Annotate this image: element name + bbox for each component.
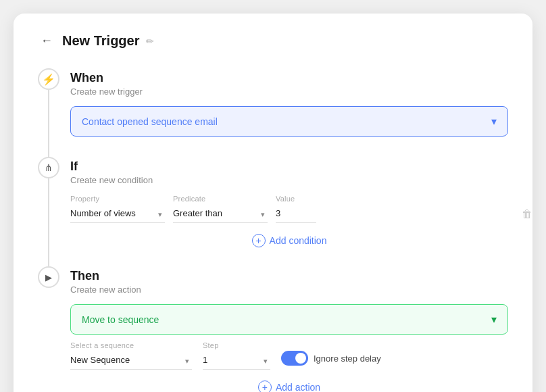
sequence-row: Select a sequence New Sequence ▾ Step: [70, 341, 508, 370]
if-subtitle: Create new condition: [70, 175, 508, 185]
add-condition-button[interactable]: + Add condition: [70, 228, 508, 253]
sequence-label: Select a sequence: [70, 341, 192, 349]
then-right-col: Then Create new action Move to sequence …: [70, 266, 508, 392]
predicate-field-group: Predicate Greater than ▾: [173, 195, 268, 223]
when-icon: ⚡: [38, 68, 59, 90]
if-title: If: [70, 160, 508, 174]
when-section: ⚡ When Create new trigger Contact opened…: [38, 68, 508, 157]
property-label: Property: [70, 195, 165, 203]
main-card: ← New Trigger ✏ ⚡ When Create new trigge…: [14, 14, 532, 392]
header: ← New Trigger ✏: [38, 32, 508, 49]
if-left-col: ⋔: [38, 157, 59, 266]
when-title: When: [70, 71, 508, 85]
when-connector: [48, 90, 49, 157]
when-right-col: When Create new trigger Contact opened s…: [70, 68, 508, 157]
sequence-field-group: Select a sequence New Sequence ▾: [70, 341, 192, 370]
sections-wrapper: ⚡ When Create new trigger Contact opened…: [38, 68, 508, 392]
step-field-group: Step 1 ▾: [203, 341, 270, 370]
when-left-col: ⚡: [38, 68, 59, 157]
property-select-wrapper: Number of views ▾: [70, 205, 165, 223]
if-icon: ⋔: [38, 157, 59, 178]
sequence-select-wrapper: New Sequence ▾: [70, 352, 192, 370]
add-action-circle-icon: +: [258, 381, 272, 392]
then-left-col: ▶: [38, 266, 59, 392]
back-button[interactable]: ←: [38, 32, 55, 49]
value-input[interactable]: [276, 205, 316, 223]
then-dropdown[interactable]: Move to sequence ▾: [70, 304, 508, 335]
predicate-label: Predicate: [173, 195, 268, 203]
toggle-knob: [295, 353, 306, 364]
then-dropdown-value: Move to sequence: [82, 314, 159, 325]
add-condition-circle-icon: +: [252, 234, 266, 247]
property-select[interactable]: Number of views: [70, 205, 165, 223]
then-subtitle: Create new action: [70, 285, 508, 295]
toggle-group: Ignore step delay: [281, 351, 381, 366]
delete-condition-button[interactable]: 🗑: [522, 208, 532, 220]
then-title: Then: [70, 269, 508, 283]
add-action-row: + Add action: [70, 375, 508, 392]
if-right-col: If Create new condition Property Number …: [70, 157, 508, 266]
condition-row: Property Number of views ▾ Predicate: [70, 195, 508, 223]
step-select[interactable]: 1: [203, 352, 270, 370]
add-condition-label: Add condition: [270, 235, 327, 246]
step-label: Step: [203, 341, 270, 349]
play-icon: ▶: [45, 272, 52, 283]
property-field-group: Property Number of views ▾: [70, 195, 165, 223]
value-label: Value: [276, 195, 316, 203]
ignore-step-delay-toggle[interactable]: [281, 351, 308, 366]
lightning-icon: ⚡: [42, 73, 55, 86]
when-subtitle: Create new trigger: [70, 87, 508, 97]
ignore-label: Ignore step delay: [314, 353, 381, 364]
then-chevron-icon: ▾: [491, 313, 497, 326]
predicate-select-wrapper: Greater than ▾: [173, 205, 268, 223]
edit-icon[interactable]: ✏: [146, 36, 154, 47]
if-connector: [48, 178, 49, 266]
add-action-label: Add action: [276, 382, 320, 392]
then-icon: ▶: [38, 266, 59, 288]
filter-icon: ⋔: [45, 162, 53, 173]
step-select-wrapper: 1 ▾: [203, 352, 270, 370]
when-dropdown[interactable]: Contact opened sequence email ▾: [70, 106, 508, 137]
if-section: ⋔ If Create new condition Property Numbe…: [38, 157, 508, 266]
then-section: ▶ Then Create new action Move to sequenc…: [38, 266, 508, 392]
when-dropdown-value: Contact opened sequence email: [82, 116, 218, 127]
add-action-button[interactable]: + Add action: [70, 375, 508, 392]
page-title: New Trigger: [62, 33, 139, 49]
predicate-select[interactable]: Greater than: [173, 205, 268, 223]
value-field-group: Value: [276, 195, 316, 223]
sequence-select[interactable]: New Sequence: [70, 352, 192, 370]
when-chevron: ▾: [491, 115, 497, 128]
